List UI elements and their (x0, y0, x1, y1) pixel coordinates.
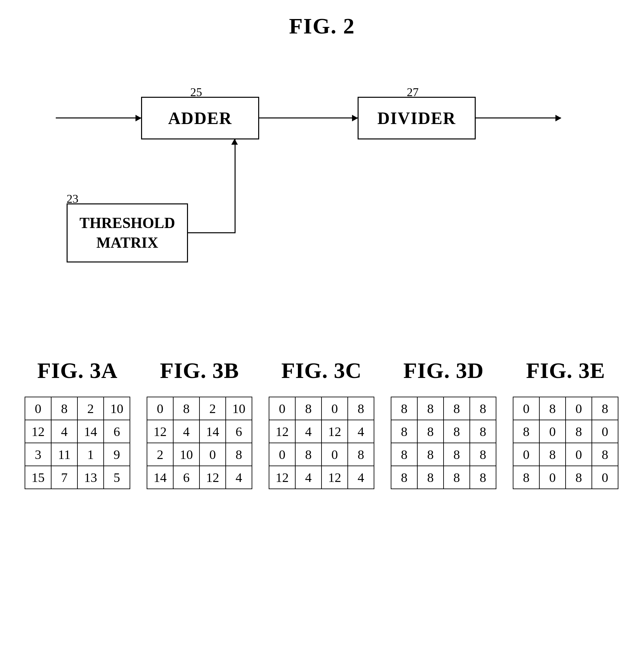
fig3-section: FIG. 3AFIG. 3BFIG. 3CFIG. 3DFIG. 3E 0821… (16, 357, 627, 489)
matrix-cell: 8 (417, 466, 443, 489)
matrix-cell: 6 (104, 420, 130, 443)
matrix-table-2: 08081241240808124124 (269, 397, 374, 489)
matrix-cell: 0 (565, 397, 592, 420)
matrix-row: 124146 (147, 420, 252, 443)
matrix-cell: 8 (391, 443, 417, 466)
matrix-cell: 5 (104, 466, 130, 489)
matrix-cell: 0 (539, 466, 565, 489)
matrix-cell: 14 (199, 420, 226, 443)
matrix-row: 8888 (391, 420, 496, 443)
matrix-row: 124146 (25, 420, 130, 443)
matrix-row: 0808 (513, 397, 618, 420)
matrix-cell: 0 (513, 443, 539, 466)
matrix-row: 08210 (25, 397, 130, 420)
matrix-cell: 8 (173, 397, 199, 420)
matrix-cell: 8 (443, 466, 470, 489)
matrix-cell: 6 (226, 420, 252, 443)
matrix-cell: 8 (539, 397, 565, 420)
matrix-cell: 8 (51, 397, 77, 420)
matrix-cell: 12 (321, 420, 348, 443)
matrix-row: 0808 (269, 443, 374, 466)
matrix-table-4: 0808808008088080 (513, 397, 619, 489)
fig3-labels-row: FIG. 3AFIG. 3BFIG. 3CFIG. 3DFIG. 3E (16, 357, 627, 384)
matrix-cell: 12 (269, 466, 295, 489)
output-arrow (476, 118, 561, 119)
matrix-cell: 11 (51, 443, 77, 466)
matrix-cell: 3 (25, 443, 51, 466)
threshold-h-line (188, 232, 236, 233)
matrix-cell: 8 (391, 466, 417, 489)
matrix-cell: 13 (77, 466, 104, 489)
matrix-row: 31119 (25, 443, 130, 466)
matrix-cell: 4 (226, 466, 252, 489)
matrix-cell: 0 (321, 443, 348, 466)
fig3-label-2: FIG. 3C (260, 357, 383, 384)
matrix-cell: 0 (592, 420, 618, 443)
matrix-row: 8080 (513, 420, 618, 443)
matrix-cell: 0 (565, 443, 592, 466)
matrix-3: 8888888888888888 (391, 397, 497, 489)
matrix-cell: 4 (51, 420, 77, 443)
matrix-table-3: 8888888888888888 (391, 397, 497, 489)
matrix-cell: 15 (25, 466, 51, 489)
matrix-cell: 8 (470, 420, 496, 443)
matrix-cell: 8 (592, 443, 618, 466)
fig3-label-4: FIG. 3E (505, 357, 627, 384)
matrix-cell: 2 (199, 397, 226, 420)
matrix-row: 146124 (147, 466, 252, 489)
matrix-cell: 0 (321, 397, 348, 420)
matrix-cell: 8 (295, 443, 321, 466)
matrix-cell: 12 (25, 420, 51, 443)
matrix-cell: 0 (269, 443, 295, 466)
matrix-cell: 10 (104, 397, 130, 420)
matrix-cell: 0 (199, 443, 226, 466)
matrix-cell: 12 (199, 466, 226, 489)
matrix-row: 124124 (269, 420, 374, 443)
matrix-cell: 8 (295, 397, 321, 420)
matrix-cell: 2 (147, 443, 173, 466)
matrix-cell: 6 (173, 466, 199, 489)
matrix-cell: 8 (391, 397, 417, 420)
adder-box: ADDER (141, 97, 259, 139)
page: FIG. 2 25 ADDER 27 DIVIDER 23 THRESHOLD … (0, 0, 644, 666)
matrix-4: 0808808008088080 (513, 397, 619, 489)
matrix-cell: 8 (513, 420, 539, 443)
matrix-1: 0821012414621008146124 (147, 397, 252, 489)
matrix-cell: 8 (417, 443, 443, 466)
matrix-cell: 4 (173, 420, 199, 443)
matrix-cell: 8 (348, 397, 374, 420)
fig2-title: FIG. 2 (289, 13, 355, 39)
matrix-cell: 8 (443, 443, 470, 466)
matrix-cell: 2 (77, 397, 104, 420)
fig3-label-1: FIG. 3B (138, 357, 260, 384)
matrix-cell: 7 (51, 466, 77, 489)
matrix-cell: 8 (470, 466, 496, 489)
input-arrow (56, 118, 141, 119)
matrix-cell: 4 (295, 466, 321, 489)
threshold-v-line (234, 139, 236, 233)
matrix-row: 08210 (147, 397, 252, 420)
matrix-cell: 0 (539, 420, 565, 443)
matrix-cell: 14 (77, 420, 104, 443)
matrix-cell: 0 (592, 466, 618, 489)
fig3-label-0: FIG. 3A (16, 357, 138, 384)
matrix-cell: 8 (539, 443, 565, 466)
threshold-text-line1: THRESHOLD (80, 213, 175, 233)
fig3-label-3: FIG. 3D (383, 357, 505, 384)
matrix-cell: 8 (391, 420, 417, 443)
matrix-cell: 4 (348, 466, 374, 489)
matrix-cell: 8 (592, 397, 618, 420)
adder-to-divider-arrow (259, 118, 358, 119)
matrix-cell: 10 (173, 443, 199, 466)
threshold-matrix-box: THRESHOLD MATRIX (67, 204, 188, 262)
matrix-cell: 0 (147, 397, 173, 420)
matrix-cell: 0 (269, 397, 295, 420)
matrix-cell: 8 (348, 443, 374, 466)
matrix-cell: 8 (417, 397, 443, 420)
matrix-0: 0821012414631119157135 (24, 397, 130, 489)
matrix-cell: 8 (443, 420, 470, 443)
matrices-row: 0821012414631119157135082101241462100814… (16, 397, 627, 489)
matrix-row: 8888 (391, 466, 496, 489)
matrix-cell: 8 (470, 443, 496, 466)
matrix-cell: 8 (443, 397, 470, 420)
